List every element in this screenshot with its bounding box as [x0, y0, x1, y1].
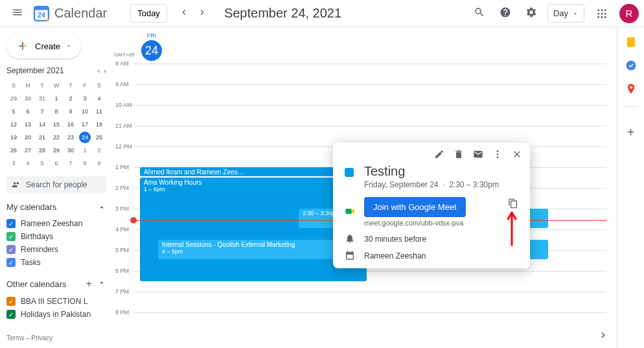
mini-day[interactable]: 18: [92, 118, 106, 131]
add-addon-icon[interactable]: +: [627, 125, 635, 140]
join-meet-button[interactable]: Join with Google Meet: [364, 197, 466, 217]
create-button[interactable]: Create: [6, 34, 81, 58]
mini-day[interactable]: 4: [92, 92, 106, 105]
hour-row[interactable]: 8 AM: [133, 64, 606, 84]
main-menu-icon[interactable]: [5, 0, 30, 27]
mini-day[interactable]: 30: [63, 144, 78, 157]
mini-day[interactable]: 16: [63, 118, 78, 131]
mini-day[interactable]: 3: [78, 92, 92, 105]
mini-dow: F: [78, 79, 92, 92]
calendar-checkbox[interactable]: ✓: [6, 219, 16, 228]
mini-day[interactable]: 29: [49, 144, 63, 157]
account-avatar[interactable]: R: [619, 4, 639, 23]
mini-day[interactable]: 15: [49, 118, 63, 131]
my-calendars-toggle[interactable]: My calendars: [6, 202, 106, 212]
mini-day[interactable]: 4: [21, 157, 35, 170]
hour-label: 1 PM: [115, 164, 129, 170]
mini-day[interactable]: 31: [35, 92, 49, 105]
mini-day[interactable]: 8: [78, 157, 92, 170]
mini-day[interactable]: 6: [49, 157, 63, 170]
mini-day[interactable]: 5: [35, 157, 49, 170]
mini-day[interactable]: 1: [49, 92, 63, 105]
calendar-item[interactable]: ✓Rameen Zeeshan: [6, 217, 106, 230]
mini-day[interactable]: 30: [21, 92, 35, 105]
mini-prev-month[interactable]: ‹: [98, 67, 100, 75]
svg-rect-16: [627, 38, 635, 47]
calendar-checkbox[interactable]: ✓: [6, 258, 16, 267]
mini-day[interactable]: 27: [21, 144, 35, 157]
next-day-button[interactable]: [193, 3, 211, 23]
mini-next-month[interactable]: ›: [104, 67, 106, 75]
calendar-item[interactable]: ✓Holidays in Pakistan: [6, 308, 106, 321]
maps-icon[interactable]: [625, 83, 637, 95]
calendar-checkbox[interactable]: ✓: [6, 297, 16, 306]
mini-day[interactable]: 19: [6, 131, 21, 144]
options-icon[interactable]: [492, 149, 503, 161]
people-icon: [12, 180, 21, 189]
mini-dow: S: [92, 79, 106, 92]
mini-day[interactable]: 11: [92, 105, 106, 118]
mini-day[interactable]: 23: [63, 131, 78, 144]
chevron-up-icon: [97, 203, 106, 212]
copy-link-icon[interactable]: [508, 198, 518, 211]
mini-day[interactable]: 21: [35, 131, 49, 144]
search-people-input[interactable]: Search for people: [6, 176, 106, 193]
calendar-item[interactable]: ✓Birthdays: [6, 230, 106, 243]
view-selector[interactable]: Day: [547, 4, 584, 23]
hour-row[interactable]: 8 PM: [133, 312, 606, 333]
mini-day[interactable]: 7: [35, 105, 49, 118]
mini-day[interactable]: 5: [6, 105, 21, 118]
mini-day[interactable]: 9: [63, 105, 78, 118]
prev-day-button[interactable]: [175, 3, 193, 23]
terms-link[interactable]: Terms: [6, 334, 24, 342]
close-icon[interactable]: [512, 149, 522, 161]
google-apps-icon[interactable]: [596, 8, 608, 19]
email-icon[interactable]: [473, 149, 483, 161]
other-calendars-toggle[interactable]: Other calendars+: [6, 278, 106, 290]
mini-day[interactable]: 29: [6, 92, 21, 105]
hour-row[interactable]: 7 PM: [133, 292, 606, 312]
mini-day[interactable]: 9: [92, 157, 106, 170]
search-icon[interactable]: [470, 3, 489, 24]
settings-icon[interactable]: [522, 3, 541, 24]
calendar-checkbox[interactable]: ✓: [6, 310, 16, 319]
calendar-item[interactable]: ✓BBA III SECTION L: [6, 295, 106, 308]
add-calendar-icon[interactable]: +: [86, 278, 92, 290]
privacy-link[interactable]: Privacy: [31, 334, 52, 342]
mini-day[interactable]: 13: [21, 118, 35, 131]
mini-day[interactable]: 20: [21, 131, 35, 144]
delete-icon[interactable]: [454, 149, 464, 161]
mini-day[interactable]: 6: [21, 105, 35, 118]
day-column-header[interactable]: FRI 24: [140, 32, 163, 61]
mini-day[interactable]: 22: [49, 131, 63, 144]
calendar-checkbox[interactable]: ✓: [6, 232, 16, 241]
mini-day[interactable]: 2: [92, 144, 106, 157]
mini-day[interactable]: 12: [6, 118, 21, 131]
mini-day[interactable]: 25: [92, 131, 106, 144]
mini-day[interactable]: 26: [6, 144, 21, 157]
calendar-item[interactable]: ✓Reminders: [6, 243, 106, 256]
mini-day[interactable]: 10: [78, 105, 92, 118]
mini-day[interactable]: 17: [78, 118, 92, 131]
mini-day[interactable]: 14: [35, 118, 49, 131]
hour-row[interactable]: 10 AM: [133, 105, 606, 126]
mini-day[interactable]: 3: [6, 157, 21, 170]
mini-day[interactable]: 8: [49, 105, 63, 118]
mini-dow: T: [63, 79, 78, 92]
mini-day[interactable]: 2: [63, 92, 78, 105]
hour-label: 10 AM: [115, 102, 132, 108]
mini-day[interactable]: 7: [63, 157, 78, 170]
edit-icon[interactable]: [434, 149, 444, 161]
mini-day[interactable]: 24: [79, 132, 91, 143]
hour-row[interactable]: 9 AM: [133, 84, 606, 105]
mini-day[interactable]: 28: [35, 144, 49, 157]
calendar-item[interactable]: ✓Tasks: [6, 256, 106, 269]
keep-icon[interactable]: [625, 36, 637, 48]
today-button[interactable]: Today: [130, 4, 167, 23]
mini-day[interactable]: 1: [78, 144, 92, 157]
calendar-checkbox[interactable]: ✓: [6, 245, 16, 254]
tasks-icon[interactable]: [625, 60, 637, 71]
event-time: 1 – 6pm: [144, 186, 363, 192]
support-icon[interactable]: [496, 3, 515, 24]
show-side-panel-icon[interactable]: [597, 329, 609, 343]
